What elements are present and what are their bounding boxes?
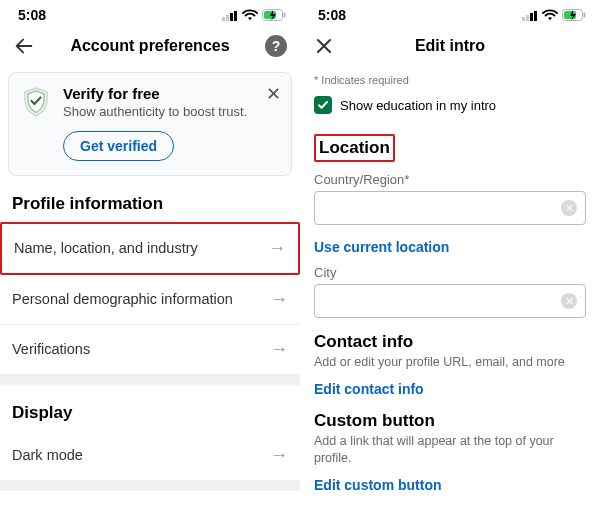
row-verifications[interactable]: Verifications → (0, 325, 300, 375)
custom-button-heading: Custom button (300, 405, 600, 431)
svg-rect-9 (530, 13, 533, 21)
chevron-right-icon: → (270, 445, 288, 466)
close-icon[interactable] (310, 36, 338, 56)
chevron-right-icon: → (268, 238, 286, 259)
row-label: Personal demographic information (12, 291, 233, 307)
display-heading: Display (0, 385, 300, 431)
required-note: * Indicates required (300, 66, 600, 92)
checkbox-label: Show education in my intro (340, 98, 496, 113)
row-label: Name, location, and industry (14, 240, 198, 256)
contact-info-sub: Add or edit your profile URL, email, and… (300, 352, 600, 371)
section-divider (0, 481, 300, 491)
show-education-checkbox-row[interactable]: Show education in my intro (300, 92, 600, 128)
svg-rect-8 (526, 15, 529, 21)
close-icon[interactable]: ✕ (266, 83, 281, 105)
svg-rect-13 (584, 13, 586, 18)
right-header: Edit intro (300, 26, 600, 66)
svg-rect-1 (226, 15, 229, 21)
shield-check-icon (19, 85, 53, 119)
battery-charging-icon (262, 9, 286, 21)
page-title: Edit intro (338, 37, 562, 55)
svg-rect-7 (522, 17, 525, 21)
verify-title: Verify for free (63, 85, 247, 102)
chevron-right-icon: → (270, 289, 288, 310)
svg-rect-2 (230, 13, 233, 21)
cellular-icon (222, 10, 238, 21)
row-dark-mode[interactable]: Dark mode → (0, 431, 300, 481)
verify-subtitle: Show authenticity to boost trust. (63, 104, 247, 121)
general-preferences-heading: General preferences (0, 491, 300, 508)
profile-info-heading: Profile information (0, 176, 300, 222)
clear-input-icon[interactable]: ✕ (561, 200, 577, 216)
svg-rect-6 (284, 13, 286, 18)
status-time: 5:08 (318, 7, 346, 23)
checkbox-checked-icon (314, 96, 332, 114)
cellular-icon (522, 10, 538, 21)
use-current-location-button[interactable]: Use current location (300, 225, 600, 263)
city-input[interactable]: ✕ (314, 284, 586, 318)
edit-contact-info-button[interactable]: Edit contact info (300, 371, 600, 405)
chevron-right-icon: → (270, 339, 288, 360)
contact-info-heading: Contact info (300, 318, 600, 352)
status-time: 5:08 (18, 7, 46, 23)
wifi-icon (242, 9, 258, 21)
clear-input-icon[interactable]: ✕ (561, 293, 577, 309)
wifi-icon (542, 9, 558, 21)
status-indicators (222, 9, 286, 21)
row-label: Dark mode (12, 447, 83, 463)
get-verified-button[interactable]: Get verified (63, 131, 174, 161)
svg-rect-10 (534, 11, 537, 21)
country-region-label: Country/Region* (300, 164, 600, 189)
status-indicators (522, 9, 586, 21)
edit-custom-button[interactable]: Edit custom button (300, 467, 600, 501)
custom-button-sub: Add a link that will appear at the top o… (300, 431, 600, 467)
location-heading: Location (314, 134, 395, 162)
row-demographic-info[interactable]: Personal demographic information → (0, 275, 300, 325)
city-label: City (300, 263, 600, 282)
status-bar: 5:08 (300, 0, 600, 26)
page-title: Account preferences (38, 37, 262, 55)
svg-rect-0 (222, 17, 225, 21)
section-divider (0, 375, 300, 385)
status-bar: 5:08 (0, 0, 300, 26)
row-name-location-industry[interactable]: Name, location, and industry → (0, 222, 300, 275)
row-label: Verifications (12, 341, 90, 357)
left-header: Account preferences ? (0, 26, 300, 66)
verify-card: Verify for free Show authenticity to boo… (8, 72, 292, 176)
help-icon[interactable]: ? (262, 35, 290, 57)
account-preferences-screen: 5:08 Account preferences ? (0, 0, 300, 508)
battery-charging-icon (562, 9, 586, 21)
country-region-input[interactable]: ✕ (314, 191, 586, 225)
svg-rect-3 (234, 11, 237, 21)
edit-intro-screen: 5:08 Edit intro * Indicates required (300, 0, 600, 508)
back-icon[interactable] (10, 35, 38, 57)
